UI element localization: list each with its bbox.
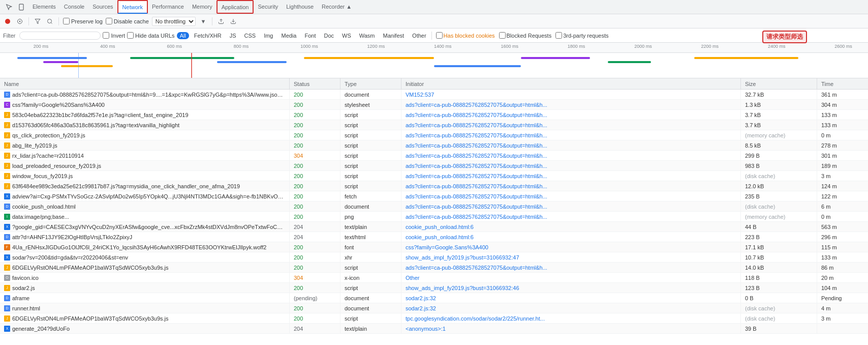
initiator-link[interactable]: VM152:537	[406, 92, 434, 98]
filter-btn-doc[interactable]: Doc	[321, 32, 337, 39]
cell-initiator[interactable]: Other	[401, 273, 741, 282]
table-row[interactable]: J6DGELVyRstON4LmPFAMeAOP1baW3TqSdWCO5xyb…	[0, 263, 868, 273]
third-party-label[interactable]: 3rd-party requests	[555, 32, 608, 39]
blocked-requests-checkbox[interactable]	[499, 32, 506, 39]
search-icon[interactable]	[45, 17, 54, 26]
table-row[interactable]: J6DGELVyRstON4LmPFAMeAOP1baW3TqSdWCO5xyb…	[0, 313, 868, 324]
disable-cache-label[interactable]: Disable cache	[106, 18, 149, 24]
filter-btn-font[interactable]: Font	[301, 32, 319, 39]
throttling-select[interactable]: No throttling	[152, 17, 196, 26]
filter-btn-css[interactable]: CSS	[241, 32, 259, 39]
table-row[interactable]: J63f6484ee989c3eda25e621c99817b87.js?tag…	[0, 181, 868, 191]
has-blocked-label[interactable]: Has blocked cookies	[436, 32, 495, 39]
filter-input[interactable]	[19, 32, 101, 40]
table-row[interactable]: Jrx_lidar.js?cache=r20110914304scriptads…	[0, 151, 868, 161]
cell-initiator[interactable]: ads?client=ca-pub-0888257628527075&outpu…	[401, 130, 741, 140]
tab-sources[interactable]: Sources	[88, 0, 117, 14]
cell-initiator[interactable]: show_ads_impl_fy2019.js?bust=31066932:46	[401, 283, 741, 293]
table-row[interactable]: Jsodar2.js200scriptshow_ads_impl_fy2019.…	[0, 283, 868, 293]
col-header-type[interactable]: Type	[340, 78, 401, 89]
initiator-link[interactable]: show_ads_impl_fy2019.js?bust=31066932:47	[406, 254, 519, 261]
cell-initiator[interactable]: css?family=Google.Sans%3A400	[401, 242, 741, 252]
cell-initiator[interactable]: ads?client=ca-pub-0888257628527075&outpu…	[401, 263, 741, 272]
filter-icon[interactable]	[33, 17, 42, 26]
blocked-requests-label[interactable]: Blocked Requests	[499, 32, 552, 39]
invert-label[interactable]: Invert	[103, 32, 125, 39]
table-row[interactable]: Xsodar?sv=200&tid=gda&tv=r20220406&st=en…	[0, 252, 868, 263]
initiator-link[interactable]: tpc.googlesyndication.com/sodar/sodar2/2…	[406, 315, 545, 322]
cell-initiator[interactable]: ads?client=ca-pub-0888257628527075&outpu…	[401, 212, 741, 221]
initiator-link[interactable]: Other	[406, 275, 420, 281]
table-row[interactable]: Jd153763d065fc486a30a5318c8635961.js?tag…	[0, 120, 868, 130]
initiator-link[interactable]: show_ads_impl_fy2019.js?bust=31066932:46	[406, 285, 519, 291]
inspect-icon[interactable]	[4, 2, 14, 12]
tab-application[interactable]: Application	[216, 0, 254, 14]
initiator-link[interactable]: ads?client=ca-pub-0888257628527075&outpu…	[406, 163, 547, 169]
cell-initiator[interactable]: ads?client=ca-pub-0888257628527075&outpu…	[401, 161, 741, 170]
cell-initiator[interactable]: sodar2.js:32	[401, 303, 741, 313]
cell-initiator[interactable]: cookie_push_onload.html:6	[401, 222, 741, 232]
initiator-link[interactable]: cookie_push_onload.html:6	[406, 234, 474, 240]
table-row[interactable]: Dads?client=ca-pub-0888257628527075&outp…	[0, 90, 868, 100]
filter-btn-js[interactable]: JS	[227, 32, 239, 39]
cell-initiator[interactable]: ads?client=ca-pub-0888257628527075&outpu…	[401, 151, 741, 160]
throttle-dropdown-icon[interactable]: ▼	[199, 17, 208, 26]
table-row[interactable]: Xgenerate_204?9dUoFo204text/plain<anonym…	[0, 324, 868, 334]
cell-initiator[interactable]: ads?client=ca-pub-0888257628527075&outpu…	[401, 110, 741, 120]
table-row[interactable]: Xadview?ai=Cxg-PSMxTYvSoGcz-2ASvlpfADo2w…	[0, 191, 868, 202]
cell-initiator[interactable]: ads?client=ca-pub-0888257628527075&outpu…	[401, 202, 741, 211]
initiator-link[interactable]: ads?client=ca-pub-0888257628527075&outpu…	[406, 214, 547, 220]
preserve-log-checkbox[interactable]	[63, 18, 70, 24]
col-header-name[interactable]: Name	[0, 78, 290, 89]
initiator-link[interactable]: ads?client=ca-pub-0888257628527075&outpu…	[406, 153, 547, 159]
initiator-link[interactable]: cookie_push_onload.html:6	[406, 224, 474, 230]
filter-btn-other[interactable]: Other	[409, 32, 429, 39]
initiator-link[interactable]: ads?client=ca-pub-0888257628527075&outpu…	[406, 193, 547, 199]
initiator-link[interactable]: ads?client=ca-pub-0888257628527075&outpu…	[406, 173, 547, 179]
import-har-icon[interactable]	[216, 17, 226, 26]
table-row[interactable]: Dcookie_push_onload.html200documentads?c…	[0, 202, 868, 212]
cell-initiator[interactable]: ads?client=ca-pub-0888257628527075&outpu…	[401, 100, 741, 109]
initiator-link[interactable]: sodar2.js:32	[406, 295, 436, 301]
cell-initiator[interactable]: cookie_push_onload.html:6	[401, 232, 741, 242]
table-row[interactable]: Ofavicon.ico304x-iconOther118 B20 m	[0, 273, 868, 283]
cell-initiator[interactable]: sodar2.js:32	[401, 293, 741, 303]
hide-data-urls-checkbox[interactable]	[127, 32, 134, 39]
filter-btn-img[interactable]: Img	[261, 32, 276, 39]
initiator-link[interactable]: ads?client=ca-pub-0888257628527075&outpu…	[406, 102, 547, 108]
tab-security[interactable]: Security	[254, 0, 282, 14]
initiator-link[interactable]: <anonymous>:1	[406, 326, 446, 332]
filter-btn-all[interactable]: All	[177, 32, 189, 39]
initiator-link[interactable]: ads?client=ca-pub-0888257628527075&outpu…	[406, 204, 547, 210]
initiator-link[interactable]: sodar2.js:32	[406, 305, 436, 311]
initiator-link[interactable]: ads?client=ca-pub-0888257628527075&outpu…	[406, 112, 547, 118]
export-har-icon[interactable]	[229, 17, 238, 26]
tab-lighthouse[interactable]: Lighthouse	[282, 0, 318, 14]
filter-btn-ws[interactable]: WS	[339, 32, 354, 39]
initiator-link[interactable]: ads?client=ca-pub-0888257628527075&outpu…	[406, 142, 547, 149]
table-row[interactable]: X?google_gid=CAESEC3xgVNYvQcuD2nyXErASfw…	[0, 222, 868, 232]
table-row[interactable]: Jload_preloaded_resource_fy2019.js200scr…	[0, 161, 868, 171]
table-row[interactable]: Jqs_click_protection_fy2019.js200scripta…	[0, 130, 868, 140]
col-header-time[interactable]: Time	[817, 78, 868, 89]
hide-data-urls-label[interactable]: Hide data URLs	[127, 32, 175, 39]
disable-cache-checkbox[interactable]	[106, 18, 112, 24]
filter-btn-manifest[interactable]: Manifest	[380, 32, 408, 39]
device-toolbar-icon[interactable]	[16, 2, 26, 12]
cell-initiator[interactable]: ads?client=ca-pub-0888257628527075&outpu…	[401, 140, 741, 150]
tab-memory[interactable]: Memory	[188, 0, 216, 14]
table-row[interactable]: J583c04eba622323b1bc7d6fda2f57e1e.js?tag…	[0, 110, 868, 120]
table-row[interactable]: Ccss?family=Google%20Sans%3A400200styles…	[0, 100, 868, 110]
cell-initiator[interactable]: show_ads_impl_fy2019.js?bust=31066932:47	[401, 252, 741, 262]
table-row[interactable]: Daframe(pending)documentsodar2.js:320 BP…	[0, 293, 868, 303]
table-row[interactable]: Idata:image/png;base...200pngads?client=…	[0, 212, 868, 222]
table-row[interactable]: Drunner.html200documentsodar2.js:32(disk…	[0, 303, 868, 313]
third-party-checkbox[interactable]	[555, 32, 562, 39]
tab-recorder[interactable]: Recorder ▲	[318, 0, 356, 14]
cell-initiator[interactable]: ads?client=ca-pub-0888257628527075&outpu…	[401, 171, 741, 181]
tab-elements[interactable]: Elements	[28, 0, 60, 14]
cell-initiator[interactable]: tpc.googlesyndication.com/sodar/sodar2/2…	[401, 313, 741, 323]
table-row[interactable]: Jabg_lite_fy2019.js200scriptads?client=c…	[0, 140, 868, 151]
preserve-log-label[interactable]: Preserve log	[63, 18, 103, 24]
has-blocked-checkbox[interactable]	[436, 32, 443, 39]
